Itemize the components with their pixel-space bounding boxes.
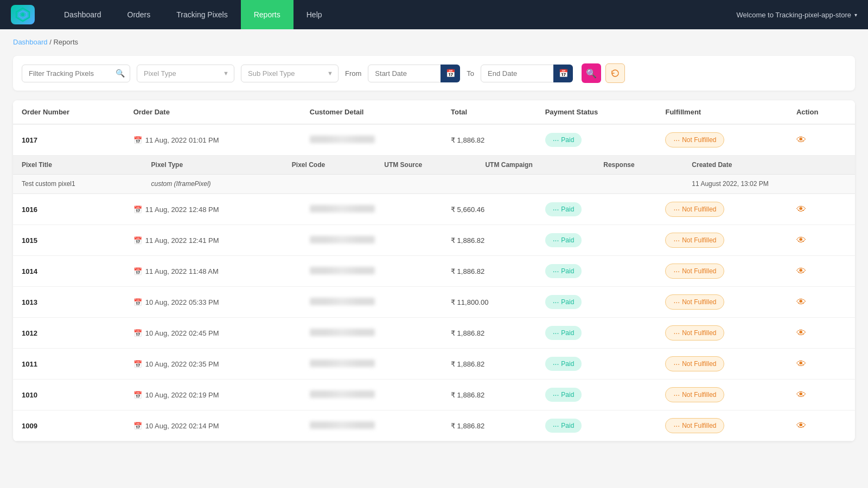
col-total: Total: [442, 100, 537, 124]
pcol-pixel-title: Pixel Title: [13, 156, 143, 175]
order-date-cell: 📅 10 Aug, 2022 02:19 PM: [125, 380, 301, 410]
order-date-text: 10 Aug, 2022 05:33 PM: [145, 298, 219, 306]
pixel-filter-input[interactable]: [22, 65, 130, 82]
not-fulfilled-badge: Not Fulfilled: [665, 387, 724, 402]
payment-status-cell: Paid: [537, 410, 657, 441]
order-date-cell: 📅 11 Aug, 2022 12:48 PM: [125, 194, 301, 225]
col-fulfillment: Fulfillment: [656, 100, 787, 124]
paid-badge: Paid: [545, 295, 582, 309]
order-date-text: 11 Aug, 2022 01:01 PM: [145, 136, 219, 144]
paid-badge: Paid: [545, 388, 582, 402]
table-row: 1017 📅 11 Aug, 2022 01:01 PM ₹ 1,886.82 …: [13, 124, 855, 156]
end-date-calendar-btn[interactable]: 📅: [553, 65, 573, 82]
customer-detail-cell: [301, 349, 442, 380]
customer-detail-blurred: [310, 205, 375, 213]
expanded-pixel-cell: Pixel Title Pixel Type Pixel Code UTM So…: [13, 156, 855, 194]
calendar-icon: 📅: [133, 236, 142, 245]
view-button[interactable]: 👁: [796, 389, 806, 401]
customer-detail-cell: [301, 287, 442, 318]
breadcrumb: Dashboard / Reports: [0, 29, 868, 50]
app-logo: [11, 5, 35, 24]
calendar-icon: 📅: [133, 329, 142, 337]
nav-orders[interactable]: Orders: [114, 0, 164, 29]
total-cell: ₹ 11,800.00: [442, 287, 537, 318]
view-button[interactable]: 👁: [796, 358, 806, 370]
payment-status-cell: Paid: [537, 194, 657, 225]
order-date-text: 11 Aug, 2022 12:48 PM: [145, 206, 219, 214]
col-order-date: Order Date: [125, 100, 301, 124]
view-button[interactable]: 👁: [796, 235, 806, 246]
view-button[interactable]: 👁: [796, 328, 806, 339]
pixel-data-row: Test custom pixel1 custom (IframePixel) …: [13, 175, 855, 194]
paid-badge: Paid: [545, 357, 582, 371]
paid-badge: Paid: [545, 326, 582, 340]
fulfillment-cell: Not Fulfilled: [656, 318, 787, 349]
fulfillment-cell: Not Fulfilled: [656, 225, 787, 256]
paid-badge: Paid: [545, 233, 582, 247]
view-button[interactable]: 👁: [796, 266, 806, 277]
nav-help[interactable]: Help: [293, 0, 335, 29]
customer-detail-cell: [301, 124, 442, 156]
payment-status-cell: Paid: [537, 318, 657, 349]
payment-status-cell: Paid: [537, 225, 657, 256]
pcol-response: Response: [595, 156, 683, 175]
customer-detail-blurred: [310, 390, 375, 398]
table-row: 1012 📅 10 Aug, 2022 02:45 PM ₹ 1,886.82 …: [13, 318, 855, 349]
not-fulfilled-badge: Not Fulfilled: [665, 202, 724, 217]
paid-badge: Paid: [545, 264, 582, 278]
sub-pixel-type-wrap: Sub Pixel Type ▼: [241, 65, 339, 82]
customer-detail-blurred: [310, 329, 375, 336]
search-button[interactable]: 🔍: [582, 63, 601, 83]
from-label: From: [345, 69, 361, 78]
order-date-text: 10 Aug, 2022 02:45 PM: [145, 329, 219, 337]
order-date-text: 10 Aug, 2022 02:14 PM: [145, 422, 219, 430]
order-date-text: 10 Aug, 2022 02:35 PM: [145, 360, 219, 368]
nav-tracking-pixels[interactable]: Tracking Pixels: [163, 0, 240, 29]
pixel-title-cell: Test custom pixel1: [13, 175, 143, 194]
paid-badge: Paid: [545, 133, 582, 147]
col-payment-status: Payment Status: [537, 100, 657, 124]
order-number-cell: 1015: [13, 225, 125, 256]
welcome-label: Welcome to Tracking-pixel-app-store: [737, 11, 851, 19]
col-customer-detail: Customer Detail: [301, 100, 442, 124]
not-fulfilled-badge: Not Fulfilled: [665, 294, 724, 310]
not-fulfilled-badge: Not Fulfilled: [665, 325, 724, 341]
view-button[interactable]: 👁: [796, 420, 806, 432]
fulfillment-cell: Not Fulfilled: [656, 349, 787, 380]
pcol-utm-campaign: UTM Campaign: [476, 156, 595, 175]
table-row: 1009 📅 10 Aug, 2022 02:14 PM ₹ 1,886.82 …: [13, 410, 855, 441]
sub-pixel-type-select[interactable]: Sub Pixel Type: [241, 65, 339, 82]
fulfillment-cell: Not Fulfilled: [656, 380, 787, 410]
start-date-calendar-btn[interactable]: 📅: [441, 65, 460, 82]
pixel-code-cell: [283, 175, 375, 194]
nav-links: Dashboard Orders Tracking Pixels Reports…: [51, 0, 335, 29]
pixel-table: Pixel Title Pixel Type Pixel Code UTM So…: [13, 156, 855, 194]
payment-status-cell: Paid: [537, 380, 657, 410]
total-cell: ₹ 1,886.82: [442, 124, 537, 156]
pixel-filter-wrap: 🔍: [22, 65, 130, 82]
start-date-wrap: 📅: [368, 65, 460, 82]
nav-reports[interactable]: Reports: [241, 0, 293, 29]
order-number-cell: 1017: [13, 124, 125, 156]
chevron-down-icon: ▾: [854, 12, 857, 18]
fulfillment-cell: Not Fulfilled: [656, 124, 787, 156]
paid-badge: Paid: [545, 202, 582, 216]
customer-detail-blurred: [310, 421, 375, 429]
reset-button[interactable]: [605, 63, 625, 83]
total-cell: ₹ 1,886.82: [442, 318, 537, 349]
view-button[interactable]: 👁: [796, 134, 806, 146]
pixel-header-row: Pixel Title Pixel Type Pixel Code UTM So…: [13, 156, 855, 175]
order-date-cell: 📅 11 Aug, 2022 12:41 PM: [125, 225, 301, 256]
order-number-cell: 1013: [13, 287, 125, 318]
calendar-icon: 📅: [133, 422, 142, 430]
view-button[interactable]: 👁: [796, 297, 806, 308]
nav-dashboard[interactable]: Dashboard: [51, 0, 114, 29]
view-button[interactable]: 👁: [796, 204, 806, 215]
table-row: 1016 📅 11 Aug, 2022 12:48 PM ₹ 5,660.46 …: [13, 194, 855, 225]
breadcrumb-parent[interactable]: Dashboard: [13, 38, 48, 46]
order-number-cell: 1010: [13, 380, 125, 410]
col-order-number: Order Number: [13, 100, 125, 124]
pixel-type-select[interactable]: Pixel Type: [137, 65, 234, 82]
action-cell: 👁: [788, 318, 855, 349]
expanded-pixel-row: Pixel Title Pixel Type Pixel Code UTM So…: [13, 156, 855, 194]
